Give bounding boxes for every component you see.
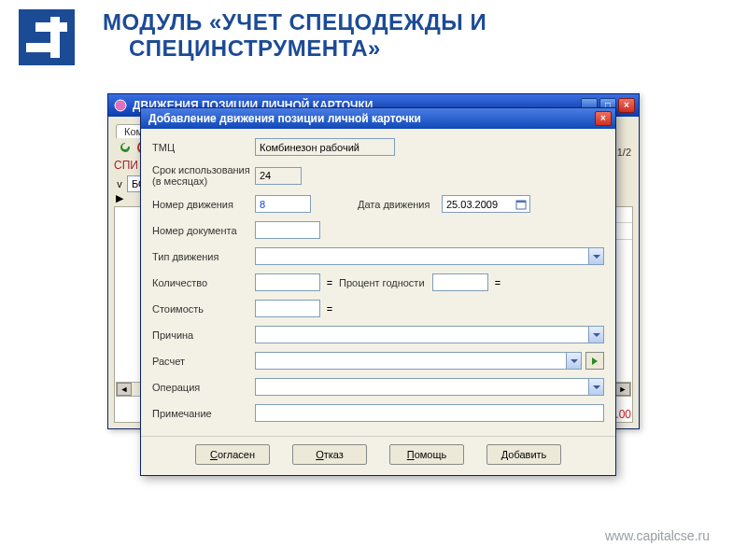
procent-input[interactable] bbox=[432, 273, 488, 291]
nomer-dvij-input[interactable] bbox=[255, 195, 311, 213]
label-primechanie: Примечание bbox=[152, 408, 255, 419]
equals-sign: = bbox=[320, 303, 339, 315]
dialog-close-button[interactable]: × bbox=[595, 111, 612, 126]
calendar-icon[interactable] bbox=[513, 196, 529, 212]
refresh-icon[interactable] bbox=[118, 140, 133, 155]
label-nomer-dvij: Номер движения bbox=[152, 199, 255, 210]
chevron-down-icon[interactable] bbox=[566, 353, 581, 369]
chevron-down-icon[interactable] bbox=[588, 248, 603, 264]
dialog-title: Добавление движения позиции личной карто… bbox=[148, 112, 421, 125]
tip-dvij-select[interactable] bbox=[255, 247, 604, 265]
dialog-titlebar[interactable]: Добавление движения позиции личной карто… bbox=[141, 108, 615, 129]
equals-sign: = bbox=[320, 277, 339, 288]
filter-marker: v bbox=[114, 178, 125, 189]
label-operaciya: Операция bbox=[152, 382, 255, 393]
svg-point-0 bbox=[115, 100, 126, 111]
label-procent: Процент годности bbox=[339, 277, 432, 288]
ok-button[interactable]: Согласен bbox=[195, 444, 270, 465]
cancel-button[interactable]: Отказ bbox=[292, 444, 367, 465]
raschet-go-button[interactable] bbox=[585, 352, 604, 370]
chevron-down-icon[interactable] bbox=[588, 379, 603, 395]
dialog-button-bar: Согласен Отказ Помощь Добавить bbox=[141, 436, 615, 472]
scroll-left-icon[interactable]: ◄ bbox=[117, 383, 132, 396]
label-data-dvij: Дата движения bbox=[358, 199, 442, 210]
srok-field bbox=[255, 167, 302, 185]
kolvo-input[interactable] bbox=[255, 273, 320, 291]
company-logo bbox=[19, 9, 75, 65]
close-button[interactable]: × bbox=[618, 98, 635, 113]
tmc-field bbox=[255, 138, 395, 156]
nomer-doc-input[interactable] bbox=[255, 221, 320, 239]
site-footer: www.capitalcse.ru bbox=[605, 528, 710, 543]
dialog-form: ТМЦ Срок использования (в месяцах) Номер… bbox=[141, 129, 615, 436]
equals-sign: = bbox=[488, 277, 507, 288]
svg-rect-4 bbox=[516, 201, 526, 203]
label-tip-dvij: Тип движения bbox=[152, 251, 255, 262]
add-button[interactable]: Добавить bbox=[486, 444, 561, 465]
label-tmc: ТМЦ bbox=[152, 142, 255, 153]
app-icon bbox=[114, 99, 127, 112]
scroll-right-icon[interactable]: ► bbox=[615, 383, 630, 396]
label-raschet: Расчет bbox=[152, 356, 255, 367]
raschet-select[interactable] bbox=[255, 352, 582, 370]
primechanie-input[interactable] bbox=[255, 404, 604, 422]
label-kolvo: Количество bbox=[152, 277, 255, 288]
prichina-select[interactable] bbox=[255, 326, 604, 343]
help-button[interactable]: Помощь bbox=[389, 444, 464, 465]
record-counter: 1/2 bbox=[617, 147, 631, 158]
label-prichina: Причина bbox=[152, 329, 255, 341]
chevron-down-icon[interactable] bbox=[588, 327, 603, 343]
slide-title-line2: СПЕЦИНСТРУМЕНТА» bbox=[103, 35, 486, 62]
add-movement-dialog: Добавление движения позиции личной карто… bbox=[140, 107, 616, 476]
stoimost-input[interactable] bbox=[255, 300, 320, 317]
operaciya-select[interactable] bbox=[255, 378, 604, 396]
label-nomer-doc: Номер документа bbox=[152, 225, 255, 236]
label-srok: Срок использования (в месяцах) bbox=[152, 164, 255, 187]
label-stoimost: Стоимость bbox=[152, 303, 255, 315]
slide-header: МОДУЛЬ «УЧЕТ СПЕЦОДЕЖДЫ И СПЕЦИНСТРУМЕНТ… bbox=[19, 9, 728, 65]
slide-title-line1: МОДУЛЬ «УЧЕТ СПЕЦОДЕЖДЫ И bbox=[103, 9, 486, 35]
slide-title: МОДУЛЬ «УЧЕТ СПЕЦОДЕЖДЫ И СПЕЦИНСТРУМЕНТ… bbox=[103, 9, 486, 62]
